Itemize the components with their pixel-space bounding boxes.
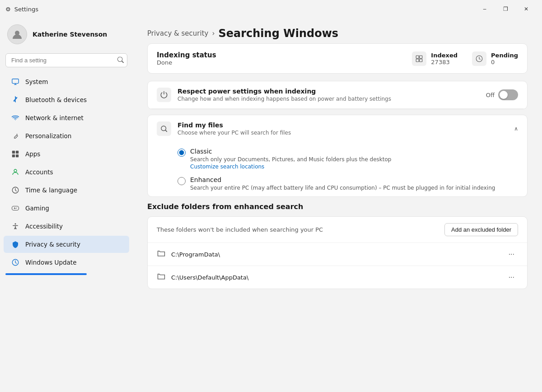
sidebar-item-time[interactable]: Time & language bbox=[4, 182, 129, 199]
window-title: Settings bbox=[14, 6, 38, 13]
indexed-icon bbox=[412, 51, 426, 66]
sidebar-item-bluetooth[interactable]: Bluetooth & devices bbox=[4, 91, 129, 108]
titlebar-controls: – ❐ ✕ bbox=[474, 2, 537, 16]
breadcrumb-parent[interactable]: Privacy & security bbox=[147, 29, 208, 37]
system-icon bbox=[11, 77, 20, 86]
svg-rect-17 bbox=[420, 59, 422, 61]
svg-point-11 bbox=[16, 208, 17, 209]
radio-option-classic: Classic Search only your Documents, Pict… bbox=[178, 148, 518, 170]
add-folder-button[interactable]: Add an excluded folder bbox=[444, 223, 518, 236]
sidebar-item-label: System bbox=[25, 78, 48, 85]
enhanced-title: Enhanced bbox=[190, 176, 495, 183]
sidebar-item-label: Network & internet bbox=[25, 114, 84, 121]
enhanced-radio[interactable] bbox=[178, 177, 186, 185]
indexed-label: Indexed bbox=[431, 52, 458, 59]
time-icon bbox=[11, 186, 20, 195]
svg-point-10 bbox=[16, 208, 17, 209]
sidebar-item-accessibility[interactable]: Accessibility bbox=[4, 218, 129, 235]
sidebar-item-system[interactable]: System bbox=[4, 73, 129, 90]
power-settings-card: Respect power settings when indexing Cha… bbox=[147, 81, 528, 109]
exclude-header-row: These folders won't be included when sea… bbox=[148, 217, 527, 243]
svg-rect-3 bbox=[12, 151, 15, 154]
sidebar-item-gaming[interactable]: Gaming bbox=[4, 200, 129, 217]
enhanced-label[interactable]: Enhanced Search your entire PC (may affe… bbox=[178, 176, 518, 191]
folder-path-2: C:\Users\Default\AppData\ bbox=[171, 274, 500, 281]
indexing-status-left: Indexing status Done bbox=[157, 51, 216, 66]
settings-icon: ⚙ bbox=[5, 6, 11, 13]
pending-info: Pending 0 bbox=[491, 52, 518, 65]
exclude-desc: These folders won't be included when sea… bbox=[157, 226, 323, 233]
network-icon bbox=[11, 113, 20, 122]
indexed-stat: Indexed 27383 bbox=[412, 51, 458, 66]
indexed-value: 27383 bbox=[431, 59, 458, 65]
svg-point-7 bbox=[14, 169, 17, 172]
radio-option-enhanced: Enhanced Search your entire PC (may affe… bbox=[178, 176, 518, 191]
classic-label[interactable]: Classic Search only your Documents, Pict… bbox=[178, 148, 518, 170]
maximize-button[interactable]: ❐ bbox=[495, 2, 516, 16]
sidebar-item-update[interactable]: Windows Update bbox=[4, 254, 129, 271]
sidebar-item-label: Accounts bbox=[25, 168, 53, 176]
pending-stat: Pending 0 bbox=[472, 51, 518, 66]
svg-rect-15 bbox=[420, 56, 422, 58]
exclude-card: These folders won't be included when sea… bbox=[147, 216, 528, 289]
accessibility-icon bbox=[11, 222, 20, 231]
sidebar-item-label: Personalization bbox=[25, 132, 71, 140]
minimize-button[interactable]: – bbox=[474, 2, 495, 16]
sidebar-item-label: Bluetooth & devices bbox=[25, 96, 87, 103]
indexing-title: Indexing status bbox=[157, 51, 216, 59]
search-box bbox=[5, 53, 127, 67]
breadcrumb-current: Searching Windows bbox=[218, 27, 338, 40]
content-area: Privacy & security › Searching Windows I… bbox=[133, 16, 542, 392]
sidebar-item-label: Gaming bbox=[25, 205, 49, 212]
search-input[interactable] bbox=[5, 53, 127, 67]
customize-link[interactable]: Customize search locations bbox=[190, 163, 264, 170]
sidebar-item-apps[interactable]: Apps bbox=[4, 145, 129, 163]
sidebar-item-label: Privacy & security bbox=[25, 241, 80, 248]
power-icon bbox=[157, 88, 171, 102]
find-files-card: Find my files Choose where your PC will … bbox=[147, 115, 528, 197]
power-title: Respect power settings when indexing bbox=[178, 88, 391, 95]
classic-desc: Search only your Documents, Pictures, an… bbox=[190, 156, 391, 163]
breadcrumb: Privacy & security › Searching Windows bbox=[147, 27, 528, 40]
sidebar-item-privacy[interactable]: Privacy & security bbox=[4, 236, 129, 253]
folder-path-1: C:\ProgramData\ bbox=[171, 251, 500, 258]
classic-title: Classic bbox=[190, 148, 391, 155]
power-subtitle: Change how and when indexing happens bas… bbox=[178, 96, 391, 102]
folder-icon-1 bbox=[157, 249, 166, 260]
titlebar-left: ⚙ Settings bbox=[5, 6, 38, 13]
folder-row-1: C:\ProgramData\ ··· bbox=[148, 243, 527, 266]
personalization-icon bbox=[11, 131, 20, 140]
power-toggle-row: Respect power settings when indexing Cha… bbox=[148, 81, 527, 109]
find-files-icon bbox=[157, 121, 171, 136]
close-button[interactable]: ✕ bbox=[516, 2, 537, 16]
enhanced-text: Enhanced Search your entire PC (may affe… bbox=[190, 176, 495, 191]
indexing-status-right: Indexed 27383 Pending 0 bbox=[412, 51, 518, 66]
power-toggle-right: Off bbox=[486, 89, 518, 100]
classic-text: Classic Search only your Documents, Pict… bbox=[190, 148, 391, 170]
sidebar-item-personalization[interactable]: Personalization bbox=[4, 127, 129, 145]
avatar bbox=[7, 24, 27, 44]
sidebar-item-network[interactable]: Network & internet bbox=[4, 109, 129, 126]
breadcrumb-separator: › bbox=[212, 29, 215, 37]
classic-radio[interactable] bbox=[178, 149, 186, 157]
find-files-header[interactable]: Find my files Choose where your PC will … bbox=[148, 115, 527, 142]
find-files-header-left: Find my files Choose where your PC will … bbox=[157, 121, 291, 136]
privacy-icon bbox=[11, 240, 20, 249]
more-button-1[interactable]: ··· bbox=[505, 248, 518, 260]
indexing-status-card: Indexing status Done Indexed 27383 bbox=[147, 43, 528, 74]
chevron-up-icon: ∧ bbox=[514, 126, 518, 132]
sidebar-item-label: Time & language bbox=[25, 187, 77, 194]
pending-label: Pending bbox=[491, 52, 518, 59]
power-text: Respect power settings when indexing Cha… bbox=[178, 88, 391, 102]
gaming-icon bbox=[11, 204, 20, 213]
sidebar: Katherine Stevenson System bbox=[0, 16, 133, 392]
accounts-icon bbox=[11, 168, 20, 177]
sidebar-item-label: Apps bbox=[25, 150, 40, 158]
sidebar-item-label: Accessibility bbox=[25, 223, 63, 230]
power-toggle[interactable] bbox=[498, 89, 518, 100]
more-button-2[interactable]: ··· bbox=[505, 271, 518, 283]
exclude-section: Exclude folders from enhanced search The… bbox=[147, 202, 528, 289]
power-toggle-left: Respect power settings when indexing Cha… bbox=[157, 88, 481, 102]
search-button[interactable] bbox=[117, 56, 124, 64]
sidebar-item-accounts[interactable]: Accounts bbox=[4, 163, 129, 181]
